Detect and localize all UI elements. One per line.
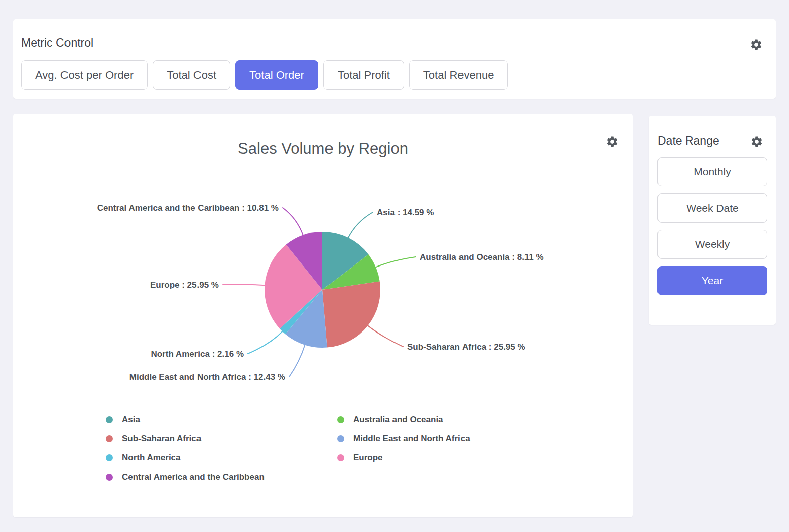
legend-item-central-america-and-the-caribbean[interactable]: Central America and the Caribbean xyxy=(106,472,337,483)
metric-button-avg-cost-per-order[interactable]: Avg. Cost per Order xyxy=(21,60,148,90)
legend-marker xyxy=(106,435,113,442)
pie-label-line-europe xyxy=(223,285,265,286)
date-range-button-monthly[interactable]: Monthly xyxy=(658,157,767,186)
pie-label-asia: Asia : 14.59 % xyxy=(377,208,434,217)
sales-volume-chart-panel: Sales Volume by Region Asia : 14.59 %Aus… xyxy=(13,114,633,517)
metric-button-total-revenue[interactable]: Total Revenue xyxy=(409,60,508,90)
date-range-button-year[interactable]: Year xyxy=(658,266,767,295)
legend-marker xyxy=(337,416,344,423)
legend-marker xyxy=(337,454,344,461)
settings-gear-icon[interactable] xyxy=(750,38,763,51)
metric-control-title: Metric Control xyxy=(21,36,93,50)
legend-item-sub-saharan-africa[interactable]: Sub-Saharan Africa xyxy=(106,433,337,444)
pie-label-line-sub-saharan-africa xyxy=(367,325,403,347)
pie-label-line-north-america xyxy=(248,331,283,354)
date-range-title: Date Range xyxy=(658,134,719,148)
pie-label-middle-east-and-north-africa: Middle East and North Africa : 12.43 % xyxy=(129,372,285,382)
legend-label: Middle East and North Africa xyxy=(353,434,470,444)
date-range-buttons: Monthly Week Date Weekly Year xyxy=(658,157,767,295)
legend-item-north-america[interactable]: North America xyxy=(106,452,337,463)
settings-gear-icon[interactable] xyxy=(750,135,763,148)
legend-label: North America xyxy=(122,453,181,463)
pie-label-europe: Europe : 25.95 % xyxy=(150,280,219,290)
legend-marker xyxy=(337,435,344,442)
legend-item-asia[interactable]: Asia xyxy=(106,414,337,425)
legend-column-2: Australia and Oceania Middle East and No… xyxy=(337,414,470,483)
pie-label-line-australia-and-oceania xyxy=(375,257,416,268)
metric-button-total-profit[interactable]: Total Profit xyxy=(323,60,404,90)
date-range-panel: Date Range Monthly Week Date Weekly Year xyxy=(649,116,776,325)
legend-marker xyxy=(106,474,113,481)
pie-slice-sub-saharan-africa[interactable] xyxy=(322,281,380,347)
pie-label-central-america-and-the-caribbean: Central America and the Caribbean : 10.8… xyxy=(97,203,279,213)
pie-label-line-middle-east-and-north-africa xyxy=(289,345,305,377)
pie-label-australia-and-oceania: Australia and Oceania : 8.11 % xyxy=(420,252,544,262)
legend-item-australia-and-oceania[interactable]: Australia and Oceania xyxy=(337,414,470,425)
pie-label-north-america: North America : 2.16 % xyxy=(151,349,244,359)
legend-item-middle-east-and-north-africa[interactable]: Middle East and North Africa xyxy=(337,433,470,444)
metric-control-panel: Metric Control Avg. Cost per Order Total… xyxy=(13,19,776,99)
metric-buttons: Avg. Cost per Order Total Cost Total Ord… xyxy=(21,60,513,90)
date-range-button-weekly[interactable]: Weekly xyxy=(658,230,767,259)
legend-marker xyxy=(106,454,113,461)
metric-button-total-order[interactable]: Total Order xyxy=(235,60,318,90)
legend-label: Central America and the Caribbean xyxy=(122,472,265,482)
legend-item-europe[interactable]: Europe xyxy=(337,452,470,463)
metric-button-total-cost[interactable]: Total Cost xyxy=(153,60,230,90)
legend-label: Sub-Saharan Africa xyxy=(122,434,201,444)
legend-marker xyxy=(106,416,113,423)
legend-label: Europe xyxy=(353,453,383,463)
pie-label-sub-saharan-africa: Sub-Saharan Africa : 25.95 % xyxy=(407,342,525,352)
pie-label-line-asia xyxy=(348,212,373,238)
date-range-button-week-date[interactable]: Week Date xyxy=(658,193,767,223)
pie-label-line-central-america-and-the-caribbean xyxy=(283,208,303,236)
legend-column-1: Asia Sub-Saharan Africa North America Ce… xyxy=(106,414,337,483)
legend-label: Australia and Oceania xyxy=(353,415,443,425)
chart-legend: Asia Sub-Saharan Africa North America Ce… xyxy=(106,414,470,483)
legend-label: Asia xyxy=(122,415,140,425)
